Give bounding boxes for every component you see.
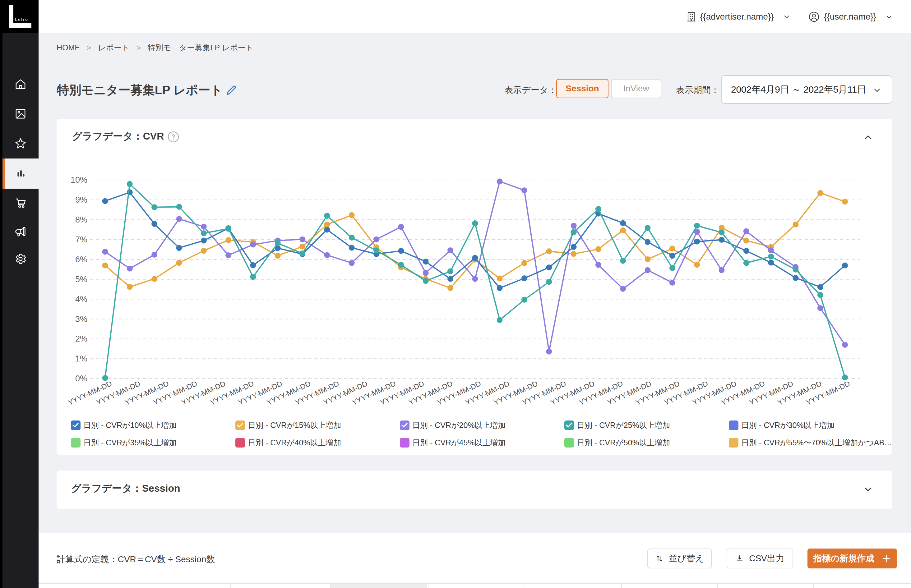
svg-text:2%: 2% — [75, 334, 87, 343]
svg-text:10%: 10% — [71, 175, 87, 184]
svg-text:3%: 3% — [75, 315, 87, 324]
svg-text:6%: 6% — [75, 255, 87, 264]
svg-text:7%: 7% — [75, 235, 87, 244]
svg-text:4%: 4% — [75, 295, 87, 304]
svg-text:Letro: Letro — [15, 17, 28, 22]
svg-text:0%: 0% — [75, 374, 87, 383]
svg-text:1%: 1% — [75, 354, 87, 363]
svg-text:5%: 5% — [75, 275, 87, 284]
svg-text:9%: 9% — [75, 195, 87, 205]
svg-text:8%: 8% — [75, 215, 87, 225]
